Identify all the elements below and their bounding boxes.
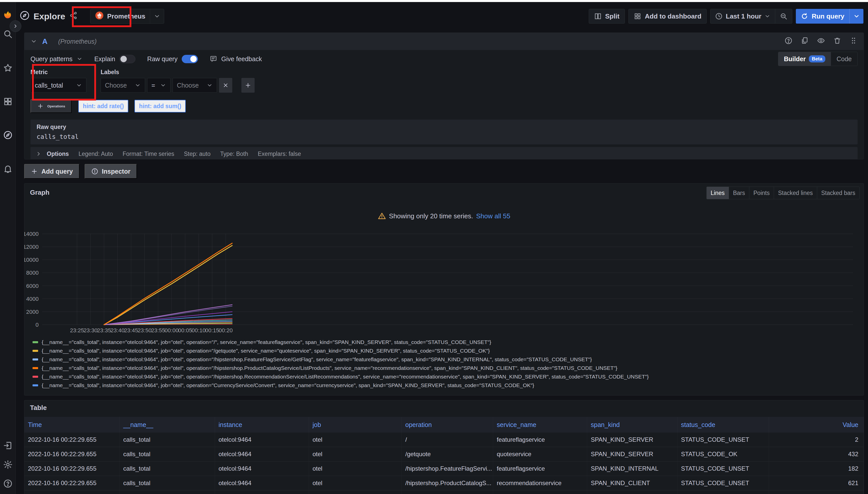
svg-text:10000: 10000: [24, 256, 39, 263]
drag-handle-icon[interactable]: [849, 37, 857, 46]
legend-label: {__name__="calls_total", instance="otelc…: [42, 356, 592, 362]
svg-text:23:55: 23:55: [151, 327, 165, 334]
query-hint-button-0[interactable]: hint: add rate(): [78, 100, 128, 112]
time-range-picker[interactable]: Last 1 hour: [710, 9, 775, 23]
table-panel: Table Time__name__instancejoboperationse…: [24, 400, 864, 494]
table-cell: 2: [769, 433, 864, 447]
add-to-dashboard-button[interactable]: Add to dashboard: [628, 9, 707, 24]
inspector-button[interactable]: Inspector: [85, 164, 137, 179]
operations-button[interactable]: Operations: [31, 99, 72, 113]
remove-label-filter-button[interactable]: [219, 78, 232, 93]
split-button[interactable]: Split: [589, 9, 625, 24]
raw-query-toggle[interactable]: [182, 55, 198, 63]
hide-query-eye-icon[interactable]: [817, 37, 825, 46]
graph-mode-stacked-bars[interactable]: Stacked bars: [817, 187, 860, 199]
column-header-instance[interactable]: instance: [215, 417, 309, 433]
option-item: Format: Time series: [123, 151, 174, 157]
legend-item[interactable]: {__name__="calls_total", instance="otelc…: [33, 338, 858, 346]
graph-mode-lines[interactable]: Lines: [707, 187, 729, 199]
svg-text:23:25: 23:25: [70, 327, 84, 334]
datasource-picker[interactable]: Prometheus: [90, 9, 164, 24]
settings-gear-icon[interactable]: [2, 459, 14, 470]
table-cell: 2022-10-16 00:22:29.655: [24, 461, 120, 476]
dashboards-icon[interactable]: [2, 96, 14, 107]
legend-item[interactable]: {__name__="calls_total", instance="otelc…: [33, 355, 858, 364]
column-header-value[interactable]: Value: [769, 417, 864, 433]
add-label-filter-button[interactable]: [241, 78, 255, 93]
table-cell: otel: [309, 476, 402, 490]
label-operator-select[interactable]: =: [147, 78, 170, 93]
sidebar-expand-button[interactable]: [10, 20, 21, 32]
query-hint-button-1[interactable]: hint: add sum(): [134, 100, 186, 112]
table-cell: SPAN_KIND_SERVER: [587, 491, 677, 494]
table-cell: calls_total: [120, 447, 215, 461]
run-query-caret[interactable]: [849, 9, 864, 24]
svg-text:6000: 6000: [26, 283, 39, 289]
plus-icon: [245, 82, 251, 89]
query-options-row[interactable]: Options Legend: AutoFormat: Time seriesS…: [31, 147, 857, 159]
column-header--name-[interactable]: __name__: [120, 417, 215, 433]
comment-icon: [210, 55, 217, 63]
legend-swatch: [33, 384, 38, 386]
explain-toggle[interactable]: [119, 55, 135, 63]
share-icon[interactable]: [69, 12, 77, 21]
option-item: Type: Both: [220, 151, 248, 157]
label-value-select[interactable]: Choose: [173, 78, 217, 93]
table-cell: /getquote: [402, 447, 493, 461]
give-feedback-link[interactable]: Give feedback: [210, 55, 262, 63]
table-cell: calls_total: [120, 491, 215, 494]
graph-mode-bars[interactable]: Bars: [729, 187, 749, 199]
graph-mode-stacked-lines[interactable]: Stacked lines: [774, 187, 817, 199]
legend-item[interactable]: {__name__="calls_total", instance="otelc…: [33, 381, 858, 390]
raw-query-toggle-item: Raw query: [147, 55, 198, 63]
graph-mode-points[interactable]: Points: [749, 187, 774, 199]
legend-swatch: [33, 358, 38, 360]
graph-panel-title: Graph: [30, 189, 50, 196]
table-cell: /hipstershop.FeatureFlagServi...: [402, 461, 493, 476]
query-help-icon[interactable]: [784, 37, 793, 46]
help-icon[interactable]: [2, 478, 14, 489]
graph-mode-switcher: LinesBarsPointsStacked linesStacked bars: [706, 187, 860, 199]
zoom-out-time-button[interactable]: [775, 9, 792, 23]
datasource-name: Prometheus: [107, 13, 145, 20]
code-tab[interactable]: Code: [831, 52, 857, 66]
sign-in-icon[interactable]: [2, 440, 14, 451]
query-row-header[interactable]: A (Prometheus): [24, 33, 864, 50]
table-cell: otel: [309, 461, 402, 476]
table-cell: STATUS_CODE_UNSET: [677, 461, 769, 476]
svg-text:23:50: 23:50: [138, 327, 151, 334]
query-patterns-dropdown[interactable]: Query patterns: [31, 55, 83, 63]
duplicate-query-icon[interactable]: [801, 37, 809, 46]
legend-item[interactable]: {__name__="calls_total", instance="otelc…: [33, 364, 858, 373]
column-header-status-code[interactable]: status_code: [677, 417, 769, 433]
table-cell: STATUS_CODE_UNSET: [677, 433, 769, 447]
legend-item[interactable]: {__name__="calls_total", instance="otelc…: [33, 373, 858, 381]
label-key-select[interactable]: Choose: [101, 78, 145, 93]
metric-select[interactable]: calls_total: [31, 78, 86, 93]
column-header-time[interactable]: Time: [24, 417, 120, 433]
svg-text:00:10: 00:10: [192, 327, 205, 334]
explore-compass-icon[interactable]: [2, 130, 14, 141]
graph-panel: Graph LinesBarsPointsStacked linesStacke…: [24, 183, 864, 396]
column-header-span-kind[interactable]: span_kind: [587, 417, 677, 433]
svg-text:4000: 4000: [26, 296, 39, 302]
grafana-logo[interactable]: [2, 10, 14, 21]
collapse-chevron-icon[interactable]: [31, 38, 37, 45]
svg-text:23:40: 23:40: [110, 327, 125, 334]
column-header-service-name[interactable]: service_name: [493, 417, 587, 433]
table-row: 2022-10-16 00:22:29.655calls_totalotelco…: [24, 476, 864, 491]
add-query-button[interactable]: Add query: [24, 164, 79, 179]
column-header-job[interactable]: job: [309, 417, 402, 433]
sidebar-nav: [0, 2, 16, 494]
run-query-button[interactable]: Run query: [796, 9, 864, 24]
show-all-series-link[interactable]: Show all 55: [476, 212, 510, 220]
column-header-operation[interactable]: operation: [402, 417, 493, 433]
alerting-bell-icon[interactable]: [2, 163, 14, 174]
raw-query-label: Raw query: [37, 124, 851, 131]
delete-query-trash-icon[interactable]: [833, 37, 841, 46]
legend-item[interactable]: {__name__="calls_total", instance="otelc…: [33, 346, 858, 355]
builder-tab[interactable]: Builder Beta: [778, 52, 831, 66]
starred-icon[interactable]: [2, 62, 14, 74]
time-series-chart[interactable]: 0200040006000800010000120001400023:2523:…: [24, 230, 864, 336]
table-cell: SPAN_KIND_SERVER: [587, 447, 677, 461]
